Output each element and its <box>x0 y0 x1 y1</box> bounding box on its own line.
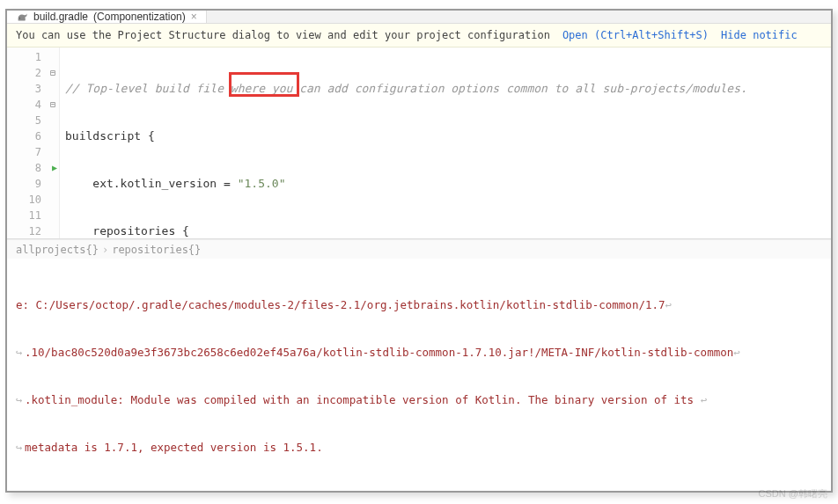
soft-wrap-icon: ↪ <box>16 345 25 361</box>
tab-bar: build.gradle (Componentization) × <box>7 11 831 24</box>
soft-wrap-icon: ↪ <box>16 392 25 408</box>
notification-text: You can use the Project Structure dialog… <box>16 29 550 41</box>
code-content[interactable]: // Top-level build file where you can ad… <box>60 47 831 238</box>
build-output-console[interactable]: e: C:/Users/octop/.gradle/caches/modules… <box>7 259 831 491</box>
breadcrumb[interactable]: allprojects{}›repositories{} <box>7 239 831 259</box>
breadcrumb-segment[interactable]: repositories{} <box>112 244 201 256</box>
run-gutter-icon[interactable]: ▶ <box>52 160 57 176</box>
notification-bar: You can use the Project Structure dialog… <box>7 24 831 47</box>
gradle-icon <box>16 11 28 23</box>
gutter: 1 2 3 4 5 6 7 8 9 10 11 12 13 14 15 16 1… <box>7 47 60 238</box>
file-tab[interactable]: build.gradle (Componentization) × <box>7 11 207 23</box>
hide-notification-link[interactable]: Hide notific <box>721 29 798 41</box>
tab-filename: build.gradle <box>33 11 88 23</box>
code-editor[interactable]: 1 2 3 4 5 6 7 8 9 10 11 12 13 14 15 16 1… <box>7 47 831 239</box>
soft-wrap-icon: ↩ <box>733 345 742 361</box>
watermark: CSDN @韩曙亮 <box>759 487 827 500</box>
soft-wrap-icon: ↪ <box>16 440 25 456</box>
tab-context: (Componentization) <box>93 11 186 23</box>
breadcrumb-segment[interactable]: allprojects{} <box>16 244 99 256</box>
svg-point-0 <box>19 18 20 18</box>
soft-wrap-icon: ↩ <box>665 297 674 313</box>
close-icon[interactable]: × <box>191 11 197 23</box>
open-project-structure-link[interactable]: Open (Ctrl+Alt+Shift+S) <box>562 29 709 41</box>
soft-wrap-icon: ↩ <box>701 392 709 408</box>
fold-icon[interactable]: ⊟ <box>50 97 55 113</box>
fold-icon[interactable]: ⊟ <box>50 65 55 81</box>
